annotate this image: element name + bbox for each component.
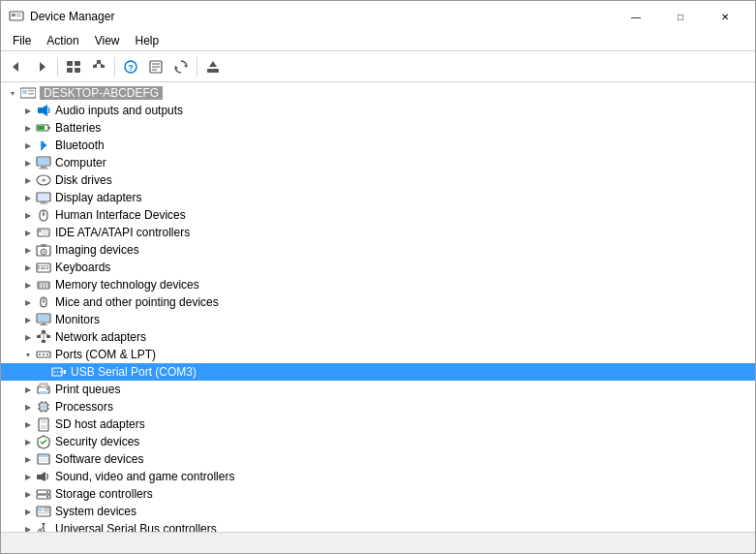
content-area: ▾ DESKTOP-ABCDEFG ▶ bbox=[1, 82, 755, 532]
hid-expand-icon[interactable]: ▶ bbox=[20, 207, 36, 223]
help-button[interactable]: ? bbox=[119, 55, 142, 78]
computer-expand-icon[interactable]: ▶ bbox=[20, 155, 36, 170]
usb-label: Universal Serial Bus controllers bbox=[55, 522, 217, 532]
keyboards-icon bbox=[36, 260, 51, 275]
svg-rect-50 bbox=[39, 230, 42, 232]
svg-rect-124 bbox=[38, 508, 43, 511]
processors-expand-icon[interactable]: ▶ bbox=[20, 399, 36, 415]
tree-item-hid[interactable]: ▶ Human Interface Devices bbox=[1, 206, 755, 224]
devices-by-connection-button[interactable] bbox=[87, 55, 110, 78]
audio-icon bbox=[36, 103, 51, 118]
mice-expand-icon[interactable]: ▶ bbox=[20, 294, 36, 310]
systemdevices-expand-icon[interactable]: ▶ bbox=[20, 504, 36, 519]
root-label: DESKTOP-ABCDEFG bbox=[40, 86, 163, 100]
properties-button[interactable] bbox=[144, 55, 167, 78]
svg-rect-125 bbox=[44, 508, 49, 509]
tree-item-display[interactable]: ▶ Display adapters bbox=[1, 189, 755, 206]
back-button[interactable] bbox=[5, 55, 28, 78]
scan-button[interactable] bbox=[169, 55, 193, 78]
svg-rect-10 bbox=[97, 60, 101, 63]
tree-item-systemdevices[interactable]: ▶ System devices bbox=[1, 503, 755, 520]
bluetooth-expand-icon[interactable]: ▶ bbox=[20, 138, 36, 153]
ideata-expand-icon[interactable]: ▶ bbox=[20, 225, 36, 240]
memtech-expand-icon[interactable]: ▶ bbox=[20, 277, 36, 292]
devices-by-type-button[interactable] bbox=[62, 55, 85, 78]
keyboards-expand-icon[interactable]: ▶ bbox=[20, 260, 36, 275]
ports-label: Ports (COM & LPT) bbox=[55, 348, 156, 361]
audio-expand-icon[interactable]: ▶ bbox=[20, 103, 36, 118]
systemdevices-label: System devices bbox=[55, 505, 136, 518]
diskdrives-expand-icon[interactable]: ▶ bbox=[20, 172, 36, 188]
menu-action[interactable]: Action bbox=[39, 32, 86, 49]
tree-item-monitors[interactable]: ▶ Monitors bbox=[1, 311, 755, 328]
software-expand-icon[interactable]: ▶ bbox=[20, 451, 36, 467]
tree-item-software[interactable]: ▶ Software devices bbox=[1, 450, 755, 468]
storage-expand-icon[interactable]: ▶ bbox=[20, 486, 36, 502]
window-title: Device Manager bbox=[30, 10, 114, 23]
minimize-button[interactable]: — bbox=[614, 6, 658, 27]
svg-text:?: ? bbox=[128, 63, 134, 73]
title-bar: Device Manager — □ ✕ bbox=[1, 1, 755, 30]
tree-item-security[interactable]: ▶ Security devices bbox=[1, 433, 755, 450]
maximize-button[interactable]: □ bbox=[658, 6, 703, 27]
tree-item-sdhost[interactable]: ▶ SD host adapters bbox=[1, 416, 755, 433]
batteries-expand-icon[interactable]: ▶ bbox=[20, 120, 36, 136]
close-button[interactable]: ✕ bbox=[703, 6, 747, 27]
tree-item-soundvideo[interactable]: ▶ Sound, video and game controllers bbox=[1, 468, 755, 485]
tree-item-network[interactable]: ▶ Network adapters bbox=[1, 328, 755, 346]
svg-rect-11 bbox=[93, 65, 97, 68]
diskdrives-label: Disk drives bbox=[55, 173, 112, 187]
update-driver-button[interactable] bbox=[201, 55, 225, 78]
devices-by-type-icon bbox=[66, 59, 81, 75]
memtech-icon bbox=[36, 277, 51, 292]
svg-point-90 bbox=[54, 371, 56, 373]
processors-icon bbox=[36, 399, 51, 415]
svg-rect-60 bbox=[41, 265, 43, 267]
usb-expand-icon[interactable]: ▶ bbox=[20, 521, 36, 532]
tree-item-ports[interactable]: ▾ Ports (COM & LPT) bbox=[1, 346, 755, 363]
root-expand-icon[interactable]: ▾ bbox=[5, 85, 20, 101]
svg-rect-64 bbox=[41, 268, 45, 270]
ports-expand-icon[interactable]: ▾ bbox=[20, 347, 36, 362]
software-icon bbox=[36, 451, 51, 467]
monitors-expand-icon[interactable]: ▶ bbox=[20, 312, 36, 327]
mice-icon bbox=[36, 294, 51, 310]
svg-rect-32 bbox=[48, 127, 50, 129]
tree-item-bluetooth[interactable]: ▶ Bluetooth bbox=[1, 137, 755, 154]
svg-line-83 bbox=[44, 333, 48, 335]
svg-marker-118 bbox=[41, 472, 45, 481]
svg-rect-80 bbox=[46, 335, 50, 338]
tree-item-mice[interactable]: ▶ Mice and other pointing devices bbox=[1, 293, 755, 311]
menu-file[interactable]: File bbox=[5, 32, 39, 49]
tree-item-usbserial[interactable]: ▶ USB Serial Port (COM3) bbox=[1, 363, 755, 381]
tree-item-ideata[interactable]: ▶ IDE ATA/ATAPI controllers bbox=[1, 224, 755, 241]
tree-item-printqueues[interactable]: ▶ Print queues bbox=[1, 381, 755, 398]
display-label: Display adapters bbox=[55, 191, 141, 204]
network-expand-icon[interactable]: ▶ bbox=[20, 329, 36, 345]
tree-item-imaging[interactable]: ▶ Imaging devices bbox=[1, 241, 755, 259]
tree-item-usb[interactable]: ▶ Universal Serial Bus controllers bbox=[1, 520, 755, 532]
menu-view[interactable]: View bbox=[87, 32, 128, 49]
tree-item-storage[interactable]: ▶ Storage controllers bbox=[1, 485, 755, 503]
svg-rect-78 bbox=[42, 330, 45, 333]
printqueues-expand-icon[interactable]: ▶ bbox=[20, 382, 36, 397]
imaging-expand-icon[interactable]: ▶ bbox=[20, 242, 36, 258]
soundvideo-expand-icon[interactable]: ▶ bbox=[20, 469, 36, 484]
sdhost-expand-icon[interactable]: ▶ bbox=[20, 416, 36, 432]
ideata-label: IDE ATA/ATAPI controllers bbox=[55, 226, 190, 239]
tree-item-computer[interactable]: ▶ Computer bbox=[1, 154, 755, 171]
imaging-label: Imaging devices bbox=[55, 243, 139, 257]
security-expand-icon[interactable]: ▶ bbox=[20, 434, 36, 449]
tree-item-keyboards[interactable]: ▶ Keyboards bbox=[1, 259, 755, 276]
tree-item-batteries[interactable]: ▶ Batteries bbox=[1, 119, 755, 137]
tree-item-processors[interactable]: ▶ Processors bbox=[1, 398, 755, 416]
tree-item-diskdrives[interactable]: ▶ Disk drives bbox=[1, 171, 755, 189]
tree-view[interactable]: ▾ DESKTOP-ABCDEFG ▶ bbox=[1, 82, 755, 532]
svg-rect-100 bbox=[42, 405, 46, 410]
tree-item-memtech[interactable]: ▶ Memory technology devices bbox=[1, 276, 755, 293]
display-expand-icon[interactable]: ▶ bbox=[20, 190, 36, 205]
tree-root[interactable]: ▾ DESKTOP-ABCDEFG bbox=[1, 84, 755, 102]
menu-help[interactable]: Help bbox=[128, 32, 167, 49]
forward-button[interactable] bbox=[30, 55, 53, 78]
tree-item-audio[interactable]: ▶ Audio inputs and outputs bbox=[1, 102, 755, 119]
